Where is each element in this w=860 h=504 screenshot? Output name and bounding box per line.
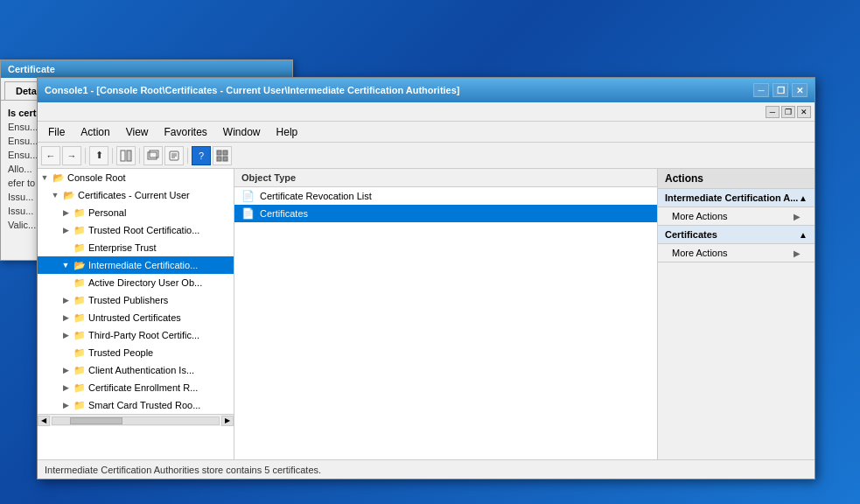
menu-help[interactable]: Help: [269, 124, 305, 140]
minimize-button[interactable]: ─: [753, 83, 769, 97]
intermediate-ca-icon: [73, 258, 87, 272]
close-button[interactable]: ✕: [792, 83, 808, 97]
client-auth-label: Client Authentication Is...: [88, 365, 194, 375]
personal-icon: [73, 206, 87, 220]
intermediate-ca-arrow[interactable]: [60, 260, 71, 270]
enterprise-trust-label: Enterprise Trust: [88, 242, 157, 253]
titlebar-buttons: ─ ❐ ✕: [753, 83, 808, 97]
third-party-label: Third-Party Root Certific...: [88, 330, 199, 340]
tree-item-enterprise-trust[interactable]: Enterprise Trust: [38, 239, 234, 256]
certs-current-arrow[interactable]: [50, 190, 60, 200]
certificates-icon: 📄: [241, 207, 255, 220]
ad-label: Active Directory User Ob...: [88, 277, 202, 288]
up-button[interactable]: ⬆: [89, 146, 108, 165]
certificates-label: Certificates: [260, 208, 308, 219]
actions-panel: Actions Intermediate Certification A... …: [657, 169, 815, 473]
tree-item-trusted-root[interactable]: Trusted Root Certificatio...: [38, 221, 234, 239]
menu-favorites[interactable]: Favorites: [157, 124, 214, 140]
tree-item-client-auth[interactable]: Client Authentication Is...: [38, 361, 234, 379]
cert-revocation-label: Certificate Revocation List: [260, 191, 372, 201]
help-button[interactable]: ?: [192, 146, 211, 165]
menu-view[interactable]: View: [119, 124, 156, 140]
show-hide-button[interactable]: [116, 146, 136, 165]
intermediate-ca-more-actions[interactable]: More Actions ▶: [658, 207, 815, 225]
menu-file[interactable]: File: [41, 124, 72, 140]
certs-current-label: Certificates - Current User: [78, 190, 190, 200]
personal-arrow[interactable]: [60, 207, 71, 218]
snap-button[interactable]: [213, 146, 232, 165]
inner-restore-btn[interactable]: ❐: [781, 106, 795, 118]
tree-item-active-directory[interactable]: Active Directory User Ob...: [38, 274, 234, 291]
client-auth-arrow[interactable]: [60, 365, 71, 375]
trusted-root-icon: [73, 223, 87, 237]
new-window-button[interactable]: [143, 146, 163, 165]
list-header: Object Type: [234, 169, 657, 187]
tree-item-certificates-current[interactable]: Certificates - Current User: [38, 186, 234, 204]
certificates-more-actions[interactable]: More Actions ▶: [658, 244, 815, 262]
tree-item-trusted-publishers[interactable]: Trusted Publishers: [38, 291, 234, 309]
trusted-people-icon: [73, 346, 87, 360]
cert-dialog-titlebar: Certificate: [1, 60, 292, 78]
inner-minimize-btn[interactable]: ─: [766, 106, 780, 118]
trusted-pub-label: Trusted Publishers: [88, 295, 168, 305]
scroll-left-btn[interactable]: ◀: [38, 416, 50, 426]
intermediate-ca-actions-header[interactable]: Intermediate Certification A... ▲: [658, 189, 815, 207]
intermediate-ca-label: Intermediate Certificatio...: [88, 260, 198, 270]
untrusted-arrow[interactable]: [60, 312, 71, 323]
cert-dialog-title: Certificate: [8, 64, 55, 74]
enterprise-trust-icon: [73, 241, 87, 255]
tree-item-intermediate-ca[interactable]: Intermediate Certificatio...: [38, 256, 234, 274]
trusted-pub-arrow[interactable]: [60, 295, 71, 305]
tree-item-untrusted-certs[interactable]: Untrusted Certificates: [38, 309, 234, 326]
untrusted-label: Untrusted Certificates: [88, 312, 181, 323]
properties-button[interactable]: [164, 146, 184, 165]
smart-card-arrow[interactable]: [60, 400, 71, 410]
list-item-cert-revocation[interactable]: 📄 Certificate Revocation List: [234, 187, 657, 205]
tree-item-third-party-root[interactable]: Third-Party Root Certific...: [38, 326, 234, 344]
inner-titlebar-btns: ─ ❐ ✕: [766, 106, 811, 118]
mmc-titlebar: Console1 - [Console Root\Certificates - …: [38, 78, 815, 102]
client-auth-icon: [73, 363, 87, 377]
statusbar-text: Intermediate Certification Authorities s…: [45, 465, 321, 475]
svg-rect-1: [127, 150, 131, 161]
mmc-body: Console Root Certificates - Current User…: [38, 169, 815, 473]
scroll-thumb[interactable]: [70, 417, 122, 424]
tree-item-trusted-people[interactable]: Trusted People: [38, 344, 234, 361]
smart-card-icon: [73, 398, 87, 412]
ad-icon: [73, 276, 87, 290]
toolbar-sep-4: [187, 148, 188, 164]
console-root-label: Console Root: [67, 172, 126, 183]
svg-rect-11: [223, 157, 227, 161]
certs-current-icon: [62, 188, 76, 202]
third-party-arrow[interactable]: [60, 330, 71, 340]
tree-item-personal[interactable]: Personal: [38, 204, 234, 221]
statusbar: Intermediate Certification Authorities s…: [38, 459, 815, 479]
inner-titlebar: ─ ❐ ✕: [38, 102, 815, 122]
tree-item-smart-card[interactable]: Smart Card Trusted Roo...: [38, 396, 234, 414]
tree-item-console-root[interactable]: Console Root: [38, 169, 234, 186]
intermediate-ca-section-label: Intermediate Certification A...: [665, 192, 798, 203]
actions-header: Actions: [658, 169, 815, 189]
mmc-title: Console1 - [Console Root\Certificates - …: [45, 85, 460, 95]
menu-window[interactable]: Window: [216, 124, 268, 140]
cert-enrollment-arrow[interactable]: [60, 382, 71, 393]
forward-button[interactable]: →: [62, 146, 81, 165]
svg-rect-8: [217, 150, 221, 155]
restore-button[interactable]: ❐: [773, 83, 788, 97]
certificates-section-label: Certificates: [665, 229, 717, 240]
certificates-actions-header[interactable]: Certificates ▲: [658, 226, 815, 244]
list-item-certificates[interactable]: 📄 Certificates: [234, 205, 657, 222]
scroll-track[interactable]: [52, 416, 220, 425]
trusted-root-arrow[interactable]: [60, 225, 71, 235]
inner-close-btn[interactable]: ✕: [797, 106, 811, 118]
tree-item-cert-enrollment[interactable]: Certificate Enrollment R...: [38, 379, 234, 396]
trusted-pub-icon: [73, 293, 87, 307]
back-button[interactable]: ←: [41, 146, 60, 165]
toolbar-sep-1: [85, 148, 86, 164]
scroll-right-btn[interactable]: ▶: [221, 416, 234, 426]
tree-panel: Console Root Certificates - Current User…: [38, 169, 234, 473]
menubar: File Action View Favorites Window Help: [38, 122, 815, 143]
tree-horiz-scrollbar[interactable]: ◀ ▶: [38, 414, 234, 426]
menu-action[interactable]: Action: [73, 124, 116, 140]
console-root-arrow[interactable]: [39, 172, 50, 183]
